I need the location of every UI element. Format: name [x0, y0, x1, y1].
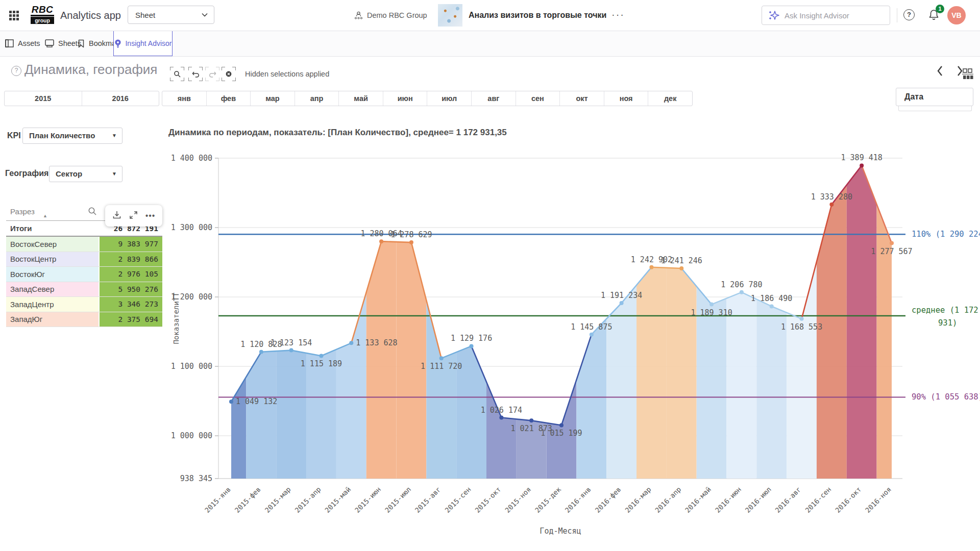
- svg-text:931): 931): [938, 318, 957, 328]
- insight-advisor-button[interactable]: Insight Advisor: [113, 31, 173, 56]
- svg-text:2015-окт: 2015-окт: [473, 485, 502, 514]
- svg-text:ПоказателиТТ: ПоказателиТТ: [172, 292, 180, 344]
- sheet-selector-value: Sheet: [135, 11, 155, 19]
- month-filter-11[interactable]: ноя: [604, 91, 648, 106]
- svg-text:2015-фев: 2015-фев: [233, 485, 262, 514]
- svg-text:2016-сен: 2016-сен: [803, 485, 832, 514]
- divider: [897, 8, 897, 22]
- svg-text:1 168 553: 1 168 553: [781, 322, 822, 332]
- more-options-icon[interactable]: ···: [611, 0, 625, 31]
- svg-text:2016-авг: 2016-авг: [773, 485, 802, 514]
- assets-label: Assets: [18, 39, 40, 47]
- chart-canvas: 1 400 0001 300 0001 200 0001 100 0001 00…: [0, 122, 980, 551]
- object-hover-toolbar: •••: [105, 205, 162, 227]
- svg-text:1 000 000: 1 000 000: [171, 431, 212, 440]
- svg-text:1 206 780: 1 206 780: [721, 280, 762, 289]
- download-icon[interactable]: [112, 210, 121, 221]
- qlik-analytics-app: { "topbar": { "logo_line1": "RBC", "logo…: [0, 0, 980, 551]
- year-filter-2016[interactable]: 2016: [82, 91, 159, 106]
- insight-advisor-search[interactable]: Ask Insight Advisor: [762, 6, 890, 25]
- svg-text:1 129 176: 1 129 176: [451, 334, 492, 343]
- top-bar: RBC group Analytics app Sheet Demo RBC G…: [0, 0, 980, 31]
- assets-panel-icon: [5, 39, 14, 47]
- svg-text:2015-авг: 2015-авг: [413, 485, 443, 514]
- search-placeholder: Ask Insight Advisor: [785, 11, 849, 20]
- svg-text:938 345: 938 345: [180, 474, 212, 483]
- app-menu-icon[interactable]: [9, 11, 19, 20]
- dynamics-area-chart[interactable]: 1 400 0001 300 0001 200 0001 100 0001 00…: [0, 122, 980, 551]
- month-filter-3[interactable]: мар: [250, 91, 295, 106]
- month-filter-5[interactable]: май: [338, 91, 383, 106]
- svg-text:2015-сен: 2015-сен: [443, 485, 472, 514]
- svg-text:2016-янв: 2016-янв: [564, 485, 593, 514]
- more-menu-icon[interactable]: •••: [145, 213, 156, 218]
- svg-text:1 186 490: 1 186 490: [751, 294, 792, 303]
- svg-text:1 015 199: 1 015 199: [541, 429, 582, 438]
- sheet-toolbar: Assets Sheets Bookmarks Insight Advisor: [0, 31, 980, 57]
- year-filter-group: 20152016: [4, 91, 159, 106]
- svg-text:2015-июл: 2015-июл: [383, 485, 412, 514]
- svg-text:1 189 310: 1 189 310: [691, 308, 732, 317]
- svg-text:1 111 720: 1 111 720: [421, 362, 462, 371]
- svg-text:1 300 000: 1 300 000: [171, 223, 212, 232]
- clear-selections-icon: [225, 70, 232, 78]
- sheet-grid-icon[interactable]: [962, 68, 974, 80]
- svg-text:2016-июн: 2016-июн: [714, 485, 743, 514]
- step-back-button[interactable]: [188, 67, 203, 81]
- month-filter-9[interactable]: сен: [516, 91, 560, 106]
- year-filter-2015[interactable]: 2015: [5, 91, 82, 106]
- search-icon: [174, 70, 181, 78]
- document-title: Анализ визитов в торговые точки: [469, 0, 606, 31]
- date-filter-collapsed-list[interactable]: [898, 106, 972, 111]
- previous-sheet-button[interactable]: [934, 64, 946, 80]
- sheet-selector-dropdown[interactable]: Sheet: [128, 6, 214, 24]
- svg-text:1 100 000: 1 100 000: [171, 362, 212, 371]
- user-avatar[interactable]: VB: [947, 6, 966, 24]
- app-thumbnail[interactable]: [438, 4, 462, 27]
- sheets-button[interactable]: Sheets: [45, 31, 81, 56]
- svg-text:2016-мар: 2016-мар: [623, 485, 652, 514]
- month-filter-7[interactable]: июл: [427, 91, 471, 106]
- month-filter-8[interactable]: авг: [471, 91, 516, 106]
- svg-text:1 241 246: 1 241 246: [661, 256, 702, 265]
- svg-text:2015-май: 2015-май: [323, 485, 352, 514]
- svg-text:2016-апр: 2016-апр: [653, 485, 682, 514]
- svg-text:2016-окт: 2016-окт: [834, 485, 863, 514]
- svg-text:1 333 280: 1 333 280: [811, 192, 852, 202]
- month-filter-12[interactable]: дек: [648, 91, 692, 106]
- search-selections-button[interactable]: [170, 67, 184, 81]
- svg-text:2016-фев: 2016-фев: [593, 485, 622, 514]
- sheet-help-icon[interactable]: ?: [11, 66, 21, 76]
- org-group-icon: [354, 11, 363, 20]
- assets-button[interactable]: Assets: [5, 31, 40, 56]
- month-filter-4[interactable]: апр: [295, 91, 339, 106]
- svg-text:2015-янв: 2015-янв: [203, 485, 232, 514]
- svg-text:2016-май: 2016-май: [683, 485, 713, 514]
- svg-text:1 145 875: 1 145 875: [571, 322, 612, 332]
- navigation-group[interactable]: Demo RBC Group: [354, 0, 427, 31]
- step-forward-button[interactable]: [205, 67, 219, 81]
- svg-text:Год-Месяц: Год-Месяц: [540, 527, 581, 536]
- svg-text:2015-апр: 2015-апр: [293, 485, 322, 514]
- month-filter-10[interactable]: окт: [559, 91, 604, 106]
- rbc-group-logo: RBC group: [31, 5, 54, 24]
- svg-text:2016-ноя: 2016-ноя: [864, 485, 893, 514]
- svg-text:110% (1 290 224): 110% (1 290 224): [912, 230, 980, 239]
- redo-arrow-icon: [209, 71, 216, 78]
- expand-icon[interactable]: [129, 211, 138, 221]
- svg-text:90% (1 055 638): 90% (1 055 638): [912, 392, 980, 402]
- help-icon[interactable]: ?: [903, 9, 915, 20]
- chevron-down-icon: [202, 13, 208, 17]
- svg-text:2015-июн: 2015-июн: [353, 485, 382, 514]
- bookmark-icon: [78, 39, 85, 48]
- date-filter[interactable]: Дата: [896, 88, 973, 106]
- svg-text:2016-июл: 2016-июл: [744, 485, 773, 514]
- insight-advisor-label: Insight Advisor: [125, 39, 172, 47]
- month-filter-2[interactable]: фев: [206, 91, 251, 106]
- month-filter-6[interactable]: июн: [383, 91, 427, 106]
- svg-text:среднее (1 172: среднее (1 172: [912, 306, 978, 315]
- app-title: Analytics app: [60, 0, 121, 31]
- undo-arrow-icon: [192, 71, 200, 78]
- month-filter-1[interactable]: янв: [162, 91, 206, 106]
- clear-selections-button[interactable]: [222, 67, 236, 81]
